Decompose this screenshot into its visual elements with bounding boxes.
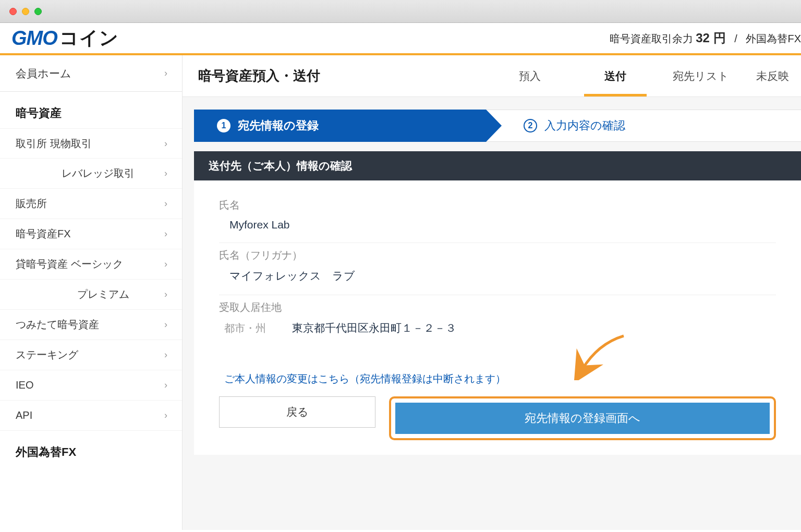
sidebar-item-label: レバレッジ取引	[62, 166, 135, 180]
tab-label: 預入	[519, 69, 541, 83]
sidebar-item-staking[interactable]: ステーキング›	[0, 340, 182, 370]
maximize-window-button[interactable]	[34, 8, 42, 15]
close-window-button[interactable]	[9, 8, 17, 15]
tab-send[interactable]: 送付	[573, 55, 658, 96]
sidebar-item-crypto-fx[interactable]: 暗号資産FX›	[0, 219, 182, 249]
window-titlebar	[0, 0, 801, 23]
sidebar-item-label: IEO	[16, 379, 33, 391]
sidebar-item-label: API	[16, 409, 32, 421]
chevron-right-icon: ›	[164, 349, 167, 360]
tab-address-list[interactable]: 宛先リスト	[658, 55, 744, 96]
field-kana: 氏名（フリガナ） マイフォレックス ラブ	[219, 243, 776, 295]
sidebar-section-crypto: 暗号資産	[0, 92, 182, 128]
sidebar-section-fx: 外国為替FX	[0, 431, 182, 467]
step-label: 宛先情報の登録	[238, 118, 319, 134]
field-value: 東京都千代田区永田町１－２－３	[292, 321, 456, 335]
field-value: Myforex Lab	[219, 219, 776, 231]
tab-label: 未反映	[756, 69, 789, 83]
sidebar-item-lend-basic[interactable]: 貸暗号資産 ベーシック›	[0, 249, 182, 280]
sidebar-item-label: 暗号資産FX	[16, 227, 71, 241]
sidebar-item-label: 販売所	[16, 197, 47, 211]
sidebar-item-leverage[interactable]: レバレッジ取引›	[0, 159, 182, 189]
chevron-right-icon: ›	[164, 410, 167, 421]
step-2: 2 入力内容の確認	[486, 110, 801, 142]
highlight-box: 宛先情報の登録画面へ	[389, 396, 776, 440]
field-label: 氏名（フリガナ）	[219, 248, 776, 262]
field-label: 氏名	[219, 198, 776, 212]
chevron-right-icon: ›	[164, 68, 167, 79]
fx-label: 外国為替FX	[746, 33, 801, 44]
sidebar-item-exchange-spot[interactable]: 取引所 現物取引›	[0, 128, 182, 159]
footer-actions: ご本人情報の変更はこちら（宛先情報登録は中断されます） 戻る 宛先情報の登録画面…	[194, 349, 801, 455]
main-content: 暗号資産預入・送付 預入 送付 宛先リスト 未反映 1 宛先情報の登録 2 入力…	[183, 55, 801, 530]
form-panel: 氏名 Myforex Lab 氏名（フリガナ） マイフォレックス ラブ 受取人居…	[194, 180, 801, 349]
residence-sublabel: 都市・州	[224, 321, 292, 335]
sidebar-item-api[interactable]: API›	[0, 401, 182, 431]
field-value: マイフォレックス ラブ	[219, 269, 776, 283]
step-number-icon: 1	[217, 119, 230, 132]
sidebar-item-label: 取引所 現物取引	[16, 137, 92, 151]
sidebar-item-sales[interactable]: 販売所›	[0, 189, 182, 219]
separator: /	[734, 33, 737, 44]
sidebar-item-label: プレミアム	[77, 287, 129, 301]
chevron-right-icon: ›	[164, 168, 167, 179]
app-header: GMOコイン 暗号資産取引余力 32 円 / 外国為替FX	[0, 23, 801, 55]
chevron-right-icon: ›	[164, 259, 167, 270]
field-name: 氏名 Myforex Lab	[219, 193, 776, 243]
header-balance: 暗号資産取引余力 32 円 / 外国為替FX	[610, 30, 801, 46]
chevron-right-icon: ›	[164, 198, 167, 209]
back-button[interactable]: 戻る	[219, 396, 375, 428]
stepper: 1 宛先情報の登録 2 入力内容の確認	[194, 110, 801, 142]
chevron-right-icon: ›	[164, 228, 167, 239]
chevron-right-icon: ›	[164, 319, 167, 330]
chevron-right-icon: ›	[164, 289, 167, 300]
minimize-window-button[interactable]	[22, 8, 29, 15]
proceed-button[interactable]: 宛先情報の登録画面へ	[395, 403, 770, 434]
sidebar-item-home[interactable]: 会員ホーム ›	[0, 55, 182, 92]
sidebar-item-label: 貸暗号資産 ベーシック	[16, 257, 123, 271]
sidebar-item-label: つみたて暗号資産	[16, 318, 99, 332]
sidebar-item-ieo[interactable]: IEO›	[0, 370, 182, 401]
tab-label: 送付	[604, 69, 626, 83]
step-label: 入力内容の確認	[544, 118, 625, 134]
balance-value: 32 円	[696, 31, 725, 45]
tab-label: 宛先リスト	[673, 69, 729, 83]
balance-label: 暗号資産取引余力	[610, 33, 693, 44]
field-label: 受取人居住地	[219, 300, 776, 315]
sidebar-item-label: ステーキング	[16, 348, 78, 362]
step-1-active: 1 宛先情報の登録	[194, 110, 486, 142]
logo: GMOコイン	[11, 26, 119, 51]
page-title: 暗号資産預入・送付	[198, 67, 320, 85]
sidebar-item-premium[interactable]: プレミアム›	[0, 280, 182, 310]
sidebar-item-label: 会員ホーム	[16, 66, 71, 81]
tab-pending[interactable]: 未反映	[744, 55, 801, 96]
change-info-link[interactable]: ご本人情報の変更はこちら（宛先情報登録は中断されます）	[219, 372, 776, 386]
chevron-right-icon: ›	[164, 380, 167, 391]
sidebar-item-tsumitate[interactable]: つみたて暗号資産›	[0, 310, 182, 340]
section-header: 送付先（ご本人）情報の確認	[194, 151, 801, 180]
chevron-right-icon: ›	[164, 138, 167, 149]
tabs: 預入 送付 宛先リスト 未反映	[487, 55, 801, 96]
main-header: 暗号資産預入・送付 預入 送付 宛先リスト 未反映	[183, 55, 801, 97]
step-number-icon: 2	[524, 119, 537, 132]
tab-deposit[interactable]: 預入	[487, 55, 573, 96]
field-residence: 受取人居住地 都市・州 東京都千代田区永田町１－２－３	[219, 295, 776, 347]
sidebar: 会員ホーム › 暗号資産 取引所 現物取引› レバレッジ取引› 販売所› 暗号資…	[0, 55, 183, 530]
